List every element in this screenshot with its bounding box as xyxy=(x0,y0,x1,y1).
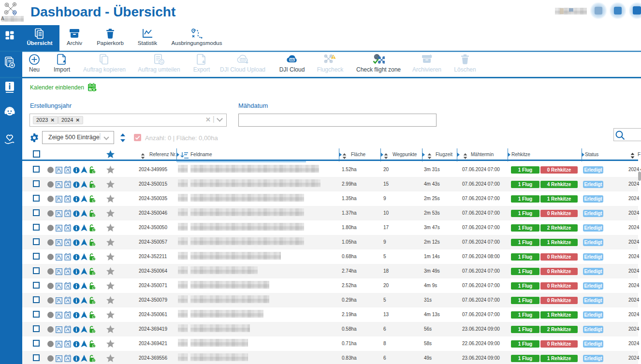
svg-text:DJI: DJI xyxy=(290,58,293,61)
svg-text:B: B xyxy=(88,87,91,91)
svg-text:DJI: DJI xyxy=(241,58,244,61)
